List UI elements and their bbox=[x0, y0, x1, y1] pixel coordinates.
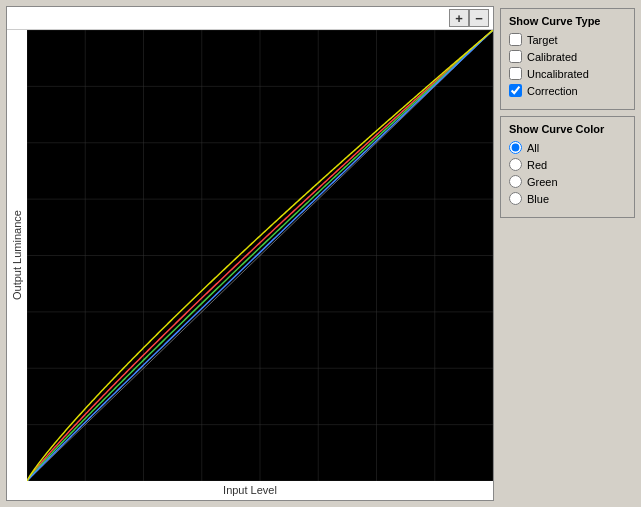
label-target: Target bbox=[527, 34, 558, 46]
chart-plot-area bbox=[27, 30, 493, 481]
zoom-out-button[interactable]: − bbox=[469, 9, 489, 27]
label-blue: Blue bbox=[527, 193, 549, 205]
checkbox-row-correction: Correction bbox=[509, 84, 626, 97]
y-axis-label: Output Luminance bbox=[7, 30, 27, 481]
checkbox-row-calibrated: Calibrated bbox=[509, 50, 626, 63]
x-axis-label: Input Level bbox=[7, 481, 493, 500]
chart-content: Output Luminance bbox=[7, 30, 493, 481]
label-calibrated: Calibrated bbox=[527, 51, 577, 63]
main-container: + − Output Luminance Input Level Show Cu… bbox=[0, 0, 641, 507]
label-green: Green bbox=[527, 176, 558, 188]
radio-row-red: Red bbox=[509, 158, 626, 171]
chart-area: + − Output Luminance Input Level bbox=[6, 6, 494, 501]
checkbox-calibrated[interactable] bbox=[509, 50, 522, 63]
chart-toolbar: + − bbox=[7, 7, 493, 30]
checkbox-uncalibrated[interactable] bbox=[509, 67, 522, 80]
right-panel: Show Curve Type Target Calibrated Uncali… bbox=[500, 6, 635, 501]
label-uncalibrated: Uncalibrated bbox=[527, 68, 589, 80]
radio-red[interactable] bbox=[509, 158, 522, 171]
radio-row-blue: Blue bbox=[509, 192, 626, 205]
radio-all[interactable] bbox=[509, 141, 522, 154]
show-curve-color-group: Show Curve Color All Red Green Blue bbox=[500, 116, 635, 218]
radio-green[interactable] bbox=[509, 175, 522, 188]
label-correction: Correction bbox=[527, 85, 578, 97]
show-curve-type-title: Show Curve Type bbox=[509, 15, 626, 27]
checkbox-target[interactable] bbox=[509, 33, 522, 46]
zoom-in-button[interactable]: + bbox=[449, 9, 469, 27]
checkbox-correction[interactable] bbox=[509, 84, 522, 97]
show-curve-color-title: Show Curve Color bbox=[509, 123, 626, 135]
radio-row-green: Green bbox=[509, 175, 626, 188]
radio-blue[interactable] bbox=[509, 192, 522, 205]
radio-row-all: All bbox=[509, 141, 626, 154]
plot-canvas bbox=[27, 30, 493, 481]
label-all: All bbox=[527, 142, 539, 154]
checkbox-row-uncalibrated: Uncalibrated bbox=[509, 67, 626, 80]
checkbox-row-target: Target bbox=[509, 33, 626, 46]
label-red: Red bbox=[527, 159, 547, 171]
show-curve-type-group: Show Curve Type Target Calibrated Uncali… bbox=[500, 8, 635, 110]
